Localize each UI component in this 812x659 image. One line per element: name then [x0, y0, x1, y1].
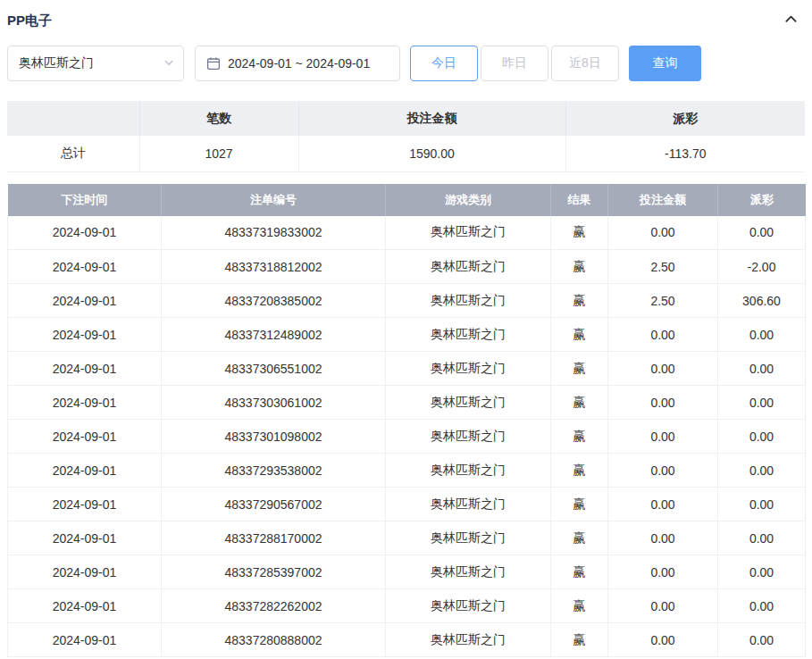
table-cell-game-type: 奥林匹斯之门	[386, 352, 551, 386]
search-button[interactable]: 查询	[629, 46, 701, 81]
table-cell-bet-amount: 0.00	[608, 555, 718, 589]
collapse-panel-button[interactable]	[779, 11, 803, 30]
table-cell-payout: 0.00	[718, 386, 806, 420]
table-cell-result: 赢	[551, 589, 608, 623]
table-cell-payout: 0.00	[718, 488, 806, 521]
table-cell-date: 2024-09-01	[8, 555, 162, 589]
table-row: 2024-09-0148337282262002奥林匹斯之门赢0.000.00	[8, 589, 806, 623]
table-cell-game-type: 奥林匹斯之门	[386, 521, 551, 555]
table-cell-bet-amount: 0.00	[608, 318, 718, 352]
table-cell-bet-amount: 0.00	[608, 420, 718, 454]
quick-filter-last8days-button[interactable]: 近8日	[551, 46, 619, 81]
table-cell-payout: 0.00	[718, 318, 806, 352]
table-cell-payout: 0.00	[718, 623, 806, 657]
table-cell-date: 2024-09-01	[8, 488, 162, 521]
table-cell-payout: 306.60	[718, 284, 806, 318]
table-cell-game-type: 奥林匹斯之门	[386, 623, 551, 657]
summary-total-bet-amount: 1590.00	[298, 136, 565, 171]
table-row: 2024-09-0148337293538002奥林匹斯之门赢0.000.00	[8, 454, 806, 488]
filter-bar: 奥林匹斯之门 2024-09-01 ~ 2024-09-01 今日 昨日 近8日…	[7, 46, 805, 81]
table-cell-payout: 0.00	[718, 420, 806, 454]
table-cell-date: 2024-09-01	[8, 216, 162, 250]
table-cell-date: 2024-09-01	[8, 521, 162, 555]
table-row: 2024-09-0148337208385002奥林匹斯之门赢2.50306.6…	[8, 284, 806, 318]
table-cell-order-id: 48337285397002	[162, 555, 386, 589]
report-table-body: 2024-09-0148337319833002奥林匹斯之门赢0.000.002…	[8, 216, 806, 657]
panel-header: PP电子	[7, 5, 805, 32]
game-select-value: 奥林匹斯之门	[19, 55, 94, 71]
table-cell-order-id: 48337280888002	[162, 623, 386, 657]
table-cell-game-type: 奥林匹斯之门	[386, 454, 551, 488]
table-cell-payout: 0.00	[718, 216, 806, 250]
table-cell-date: 2024-09-01	[8, 250, 162, 284]
summary-total-payout: -113.70	[565, 136, 805, 171]
table-cell-result: 赢	[551, 318, 608, 352]
table-cell-result: 赢	[551, 216, 608, 250]
table-cell-result: 赢	[551, 488, 608, 521]
table-cell-bet-amount: 0.00	[608, 352, 718, 386]
calendar-icon	[206, 56, 221, 71]
quick-filter-today-button[interactable]: 今日	[410, 46, 478, 81]
table-row: 2024-09-0148337288170002奥林匹斯之门赢0.000.00	[8, 521, 806, 555]
table-cell-result: 赢	[551, 555, 608, 589]
report-header-bet-amount: 投注金额	[608, 184, 718, 216]
panel-title: PP电子	[7, 13, 52, 29]
report-header-result: 结果	[551, 184, 608, 216]
pp-games-panel: PP电子 奥林匹斯之门 2024-09-01 ~ 2024-09-01 今日 昨…	[0, 0, 812, 657]
table-cell-order-id: 48337312489002	[162, 318, 386, 352]
summary-header-payout: 派彩	[565, 101, 805, 136]
report-header-payout: 派彩	[718, 184, 806, 216]
table-cell-payout: -2.00	[718, 250, 806, 284]
table-row: 2024-09-0148337301098002奥林匹斯之门赢0.000.00	[8, 420, 806, 454]
table-cell-date: 2024-09-01	[8, 589, 162, 623]
bet-report-table: 下注时间 注单编号 游戏类别 结果 投注金额 派彩 2024-09-014833…	[7, 184, 806, 658]
table-cell-date: 2024-09-01	[8, 284, 162, 318]
table-cell-game-type: 奥林匹斯之门	[386, 420, 551, 454]
summary-total-count: 1027	[139, 136, 298, 171]
table-cell-date: 2024-09-01	[8, 386, 162, 420]
table-row: 2024-09-0148337290567002奥林匹斯之门赢0.000.00	[8, 488, 806, 521]
table-cell-bet-amount: 0.00	[608, 454, 718, 488]
table-cell-bet-amount: 0.00	[608, 488, 718, 521]
game-select[interactable]: 奥林匹斯之门	[7, 46, 184, 81]
table-cell-order-id: 48337293538002	[162, 454, 386, 488]
table-cell-result: 赢	[551, 521, 608, 555]
summary-header-count: 笔数	[139, 101, 298, 136]
table-row: 2024-09-0148337318812002奥林匹斯之门赢2.50-2.00	[8, 250, 806, 284]
table-cell-result: 赢	[551, 352, 608, 386]
table-row: 2024-09-0148337280888002奥林匹斯之门赢0.000.00	[8, 623, 806, 657]
table-cell-order-id: 48337319833002	[162, 216, 386, 250]
table-cell-result: 赢	[551, 420, 608, 454]
table-cell-order-id: 48337301098002	[162, 420, 386, 454]
table-cell-date: 2024-09-01	[8, 420, 162, 454]
report-header-date: 下注时间	[8, 184, 162, 216]
quick-filter-group: 今日 昨日 近8日	[410, 46, 619, 81]
report-header-game-type: 游戏类别	[386, 184, 551, 216]
summary-header-bet-amount: 投注金额	[298, 101, 565, 136]
table-cell-bet-amount: 0.00	[608, 386, 718, 420]
table-cell-date: 2024-09-01	[8, 318, 162, 352]
summary-total-row: 总计 1027 1590.00 -113.70	[7, 136, 805, 171]
table-cell-game-type: 奥林匹斯之门	[386, 555, 551, 589]
summary-header-blank	[7, 101, 139, 136]
table-row: 2024-09-0148337285397002奥林匹斯之门赢0.000.00	[8, 555, 806, 589]
table-cell-bet-amount: 0.00	[608, 521, 718, 555]
table-cell-game-type: 奥林匹斯之门	[386, 589, 551, 623]
table-cell-order-id: 48337208385002	[162, 284, 386, 318]
chevron-down-icon	[163, 56, 174, 71]
table-cell-bet-amount: 2.50	[608, 250, 718, 284]
report-header-order-id: 注单编号	[162, 184, 386, 216]
table-cell-bet-amount: 0.00	[608, 216, 718, 250]
table-cell-payout: 0.00	[718, 352, 806, 386]
table-cell-date: 2024-09-01	[8, 352, 162, 386]
table-cell-bet-amount: 0.00	[608, 589, 718, 623]
table-cell-result: 赢	[551, 386, 608, 420]
table-cell-bet-amount: 0.00	[608, 623, 718, 657]
date-range-picker[interactable]: 2024-09-01 ~ 2024-09-01	[195, 46, 400, 81]
table-cell-order-id: 48337303061002	[162, 386, 386, 420]
table-cell-game-type: 奥林匹斯之门	[386, 318, 551, 352]
date-range-value: 2024-09-01 ~ 2024-09-01	[228, 56, 370, 71]
quick-filter-yesterday-button[interactable]: 昨日	[481, 46, 548, 81]
table-cell-bet-amount: 2.50	[608, 284, 718, 318]
table-cell-payout: 0.00	[718, 521, 806, 555]
